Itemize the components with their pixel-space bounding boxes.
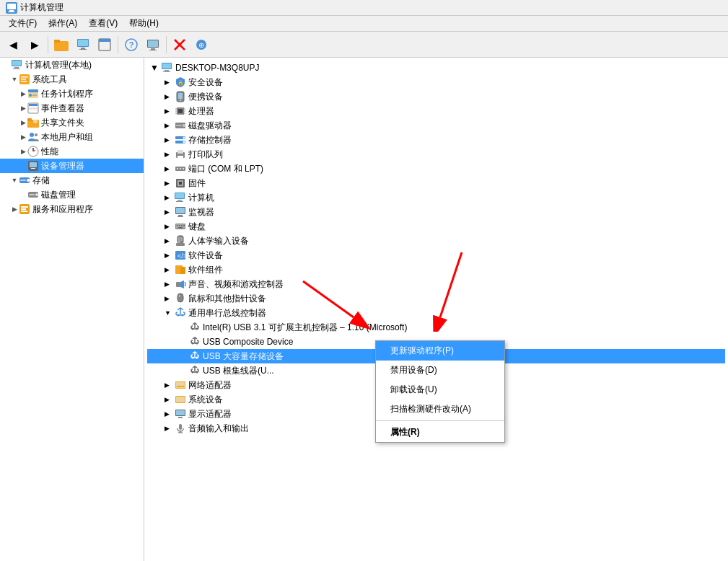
sidebar-item-device-manager[interactable]: 设备管理器 <box>0 159 144 173</box>
context-menu-item-scan[interactable]: 扫描检测硬件改动(A) <box>376 399 504 419</box>
help-button[interactable]: ? <box>121 35 141 55</box>
cat-processor[interactable]: ▶ 处理器 <box>147 104 725 118</box>
svg-rect-50 <box>20 180 26 181</box>
svg-rect-64 <box>178 93 183 99</box>
svg-rect-94 <box>176 201 183 202</box>
cat-firmware[interactable]: ▶ 固件 <box>147 176 725 190</box>
sys-dev-label: 系统设备 <box>188 394 223 406</box>
svg-rect-59 <box>162 63 171 69</box>
usb-device-icon-1 <box>189 322 201 333</box>
right-panel: ▼ DESKTOP-M3Q8UPJ ▶ 🔒 安全设备 <box>144 58 728 561</box>
sidebar-item-storage[interactable]: ▼ 存储 <box>0 173 144 187</box>
root-arrow <box>3 61 12 69</box>
sidebar-root-label: 计算机管理(本地) <box>25 59 92 71</box>
svg-point-43 <box>35 133 38 136</box>
sidebar-item-task-scheduler[interactable]: ▶ 任务计划程序 <box>0 87 144 101</box>
users-arrow: ▶ <box>19 133 27 141</box>
svg-rect-104 <box>183 225 185 226</box>
title-bar: 计算机管理 <box>0 0 728 16</box>
delete-button[interactable] <box>170 35 190 55</box>
refresh-button[interactable]: ⊕ <box>191 35 211 55</box>
cat-monitor[interactable]: ▶ 监视器 <box>147 205 725 219</box>
net-label: 网络适配器 <box>188 379 232 392</box>
menu-help[interactable]: 帮助(H) <box>123 16 165 31</box>
sidebar-root[interactable]: 计算机管理(本地) <box>0 58 144 72</box>
svg-point-32 <box>29 94 32 97</box>
menu-action[interactable]: 操作(A) <box>43 16 83 31</box>
svg-rect-134 <box>176 397 185 402</box>
sidebar-item-performance[interactable]: ▶ 性能 <box>0 144 144 159</box>
devmgr-label: 设备管理器 <box>41 160 84 172</box>
window-button[interactable] <box>95 35 115 55</box>
desktop-icon <box>162 62 173 74</box>
disk-arrow <box>19 190 27 199</box>
mouse-icon <box>175 293 186 304</box>
context-menu-item-disable[interactable]: 禁用设备(D) <box>376 361 504 380</box>
svg-rect-57 <box>21 211 27 212</box>
folder-button[interactable] <box>51 35 71 55</box>
monitor-button[interactable] <box>143 35 163 55</box>
device-root[interactable]: ▼ DESKTOP-M3Q8UPJ <box>147 61 725 75</box>
sidebar-item-local-users[interactable]: ▶ 本地用户和组 <box>0 130 144 144</box>
cat-hid[interactable]: ▶ 人体学输入设备 <box>147 234 725 248</box>
usb-intel[interactable]: Intel(R) USB 3.1 可扩展主机控制器 – 1.10 (Micros… <box>147 320 725 335</box>
task-arrow: ▶ <box>19 89 27 98</box>
svg-rect-82 <box>177 150 183 154</box>
menu-file[interactable]: 文件(F) <box>3 16 43 31</box>
event-arrow: ▶ <box>19 104 27 112</box>
svg-rect-98 <box>177 216 183 217</box>
cat-keyboard[interactable]: ▶ 键盘 <box>147 219 725 234</box>
sidebar-item-system-tools[interactable]: ▼ 系统工具 <box>0 72 144 87</box>
svg-rect-29 <box>21 81 27 82</box>
svg-point-123 <box>196 328 198 330</box>
print-icon <box>175 149 186 160</box>
cat-storage-ctrl[interactable]: ▶ 存储控制器 <box>147 133 725 147</box>
intel-usb-label: Intel(R) USB 3.1 可扩展主机控制器 – 1.10 (Micros… <box>203 322 407 334</box>
svg-rect-60 <box>165 70 169 71</box>
cat-ports[interactable]: ▶ 端口 (COM 和 LPT) <box>147 162 725 176</box>
cat-security[interactable]: ▶ 🔒 安全设备 <box>147 75 725 89</box>
cat-computer-label: 计算机 <box>188 192 214 204</box>
svg-text:🔒: 🔒 <box>177 79 184 86</box>
hid-icon <box>175 235 186 247</box>
back-button[interactable]: ◀ <box>3 35 23 55</box>
computer-button[interactable] <box>73 35 93 55</box>
shared-icon <box>27 117 39 128</box>
device-root-label: DESKTOP-M3Q8UPJ <box>175 63 259 73</box>
audio-icon <box>175 278 186 290</box>
soft-comp-icon <box>175 264 186 275</box>
sidebar-item-event-viewer[interactable]: ▶ 事件查看器 <box>0 101 144 115</box>
composite-label: USB Composite Device <box>203 337 293 347</box>
cat-usb[interactable]: ▼ 通用串行总线控制器 <box>147 306 725 320</box>
cat-soft-dev[interactable]: ▶ </> 软件设备 <box>147 248 725 262</box>
separator-3 <box>166 36 167 53</box>
cat-print[interactable]: ▶ 打印队列 <box>147 147 725 162</box>
cat-soft-comp[interactable]: ▶ 软件组件 <box>147 262 725 277</box>
cat-disk[interactable]: ▶ 磁盘驱动器 <box>147 118 725 133</box>
sidebar-item-disk-management[interactable]: 磁盘管理 <box>0 187 144 202</box>
svg-rect-87 <box>183 168 184 169</box>
context-menu-item-properties[interactable]: 属性(R) <box>376 423 504 442</box>
svg-rect-8 <box>81 48 85 49</box>
cat-audio[interactable]: ▶ 声音、视频和游戏控制器 <box>147 277 725 291</box>
cat-mouse[interactable]: ▶ 鼠标和其他指针设备 <box>147 291 725 306</box>
svg-point-121 <box>182 314 184 317</box>
context-menu-item-uninstall[interactable]: 卸载设备(U) <box>376 380 504 399</box>
forward-button[interactable]: ▶ <box>25 35 45 55</box>
services-arrow: ▶ <box>10 205 19 213</box>
svg-rect-132 <box>177 386 184 387</box>
perf-label: 性能 <box>41 146 58 158</box>
sys-dev-arr: ▶ <box>165 396 175 403</box>
menu-view[interactable]: 查看(V) <box>83 16 123 31</box>
sidebar-item-shared-folders[interactable]: ▶ 共享文件夹 <box>0 115 144 130</box>
mass-storage-label: USB 大容量存储设备 <box>203 350 284 363</box>
svg-rect-15 <box>148 40 158 47</box>
svg-rect-25 <box>13 69 20 69</box>
cat-computer[interactable]: ▶ 计算机 <box>147 190 725 205</box>
svg-rect-55 <box>21 206 28 208</box>
cat-portable[interactable]: ▶ 便携设备 <box>147 89 725 104</box>
ports-icon <box>175 163 186 175</box>
context-menu-item-update-driver[interactable]: 更新驱动程序(P) <box>376 341 504 361</box>
svg-point-129 <box>196 371 198 374</box>
sidebar-item-services[interactable]: ▶ 服务和应用程序 <box>0 202 144 216</box>
